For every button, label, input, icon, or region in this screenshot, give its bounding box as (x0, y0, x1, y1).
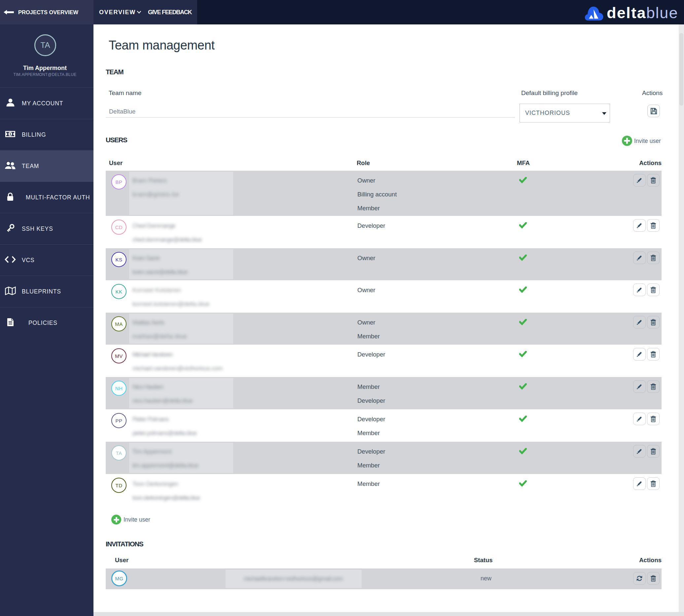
svg-text:1: 1 (9, 132, 11, 136)
